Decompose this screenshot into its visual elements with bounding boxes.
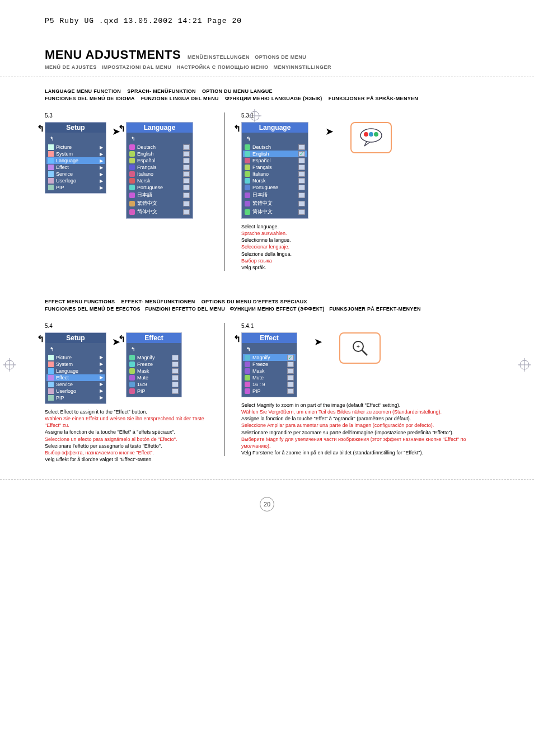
menu-item-service[interactable]: Service▶ [46, 171, 105, 177]
speech-bubble-box [350, 122, 392, 153]
menu-item[interactable]: Freeze [128, 361, 180, 368]
flag-icon [129, 144, 135, 150]
flag-icon [245, 382, 250, 387]
menu-item-label: Service [56, 382, 97, 387]
flag-icon [129, 192, 135, 198]
lang-icon [48, 368, 54, 374]
checkbox-icon [298, 165, 305, 170]
figure-number-53: 5.3 [45, 112, 218, 119]
figure-number-54: 5.4 [45, 323, 218, 329]
menu-item[interactable]: Portuguese [243, 184, 307, 191]
menu-item-userlogo[interactable]: Userlogo▶ [46, 177, 105, 184]
menu-item[interactable]: Freeze [243, 361, 296, 368]
menu-item[interactable]: Mute [243, 374, 296, 381]
menu-item[interactable]: 16 : 9 [243, 381, 296, 388]
flag-icon [129, 375, 135, 381]
menu-item[interactable]: Deutsch [128, 144, 191, 151]
menu-item[interactable]: Español [128, 157, 191, 164]
menu-item[interactable]: Magnify [243, 354, 296, 361]
menu-item[interactable]: 16:9 [128, 381, 180, 388]
flag-icon [245, 192, 250, 198]
menu-item-service[interactable]: Service▶ [46, 381, 105, 388]
menu-item[interactable]: Deutsch [243, 144, 307, 151]
menu-item-system[interactable]: System▶ [46, 151, 105, 157]
lang-description: Select language. Sprache auswählen. Séle… [241, 223, 489, 271]
registration-mark-right [518, 358, 531, 374]
menu-item[interactable]: Magnify [128, 354, 180, 361]
menu-item-label: Français [137, 165, 181, 170]
menu-item[interactable]: Mute [128, 374, 180, 381]
flag-icon [245, 171, 250, 177]
menu-item-label: Picture [56, 355, 97, 360]
checkbox-icon [183, 151, 190, 157]
lang-icon [48, 158, 54, 163]
pic-icon [48, 144, 54, 150]
menu-item-language[interactable]: Language▶ [46, 157, 105, 164]
menu-item[interactable]: 简体中文 [128, 208, 191, 216]
back-row[interactable]: ↰ [128, 135, 191, 144]
arrow-icon: ➤ [314, 336, 322, 348]
menu-item-pip[interactable]: PIP▶ [46, 395, 105, 401]
flag-icon [129, 178, 135, 184]
menu-item-label: Magnify [252, 355, 285, 360]
page-number: 20 [260, 497, 274, 511]
menu-item[interactable]: Français [243, 164, 307, 171]
menu-item[interactable]: 繁體中文 [128, 199, 191, 208]
menu-item[interactable]: PIP [243, 388, 296, 395]
menu-item-picture[interactable]: Picture▶ [46, 144, 105, 151]
menu-item-userlogo[interactable]: Userlogo▶ [46, 388, 105, 395]
return-icon: ↰ [118, 123, 125, 134]
menu-item-picture[interactable]: Picture▶ [46, 354, 105, 361]
back-row[interactable]: ↰ [243, 135, 307, 144]
menu-item[interactable]: Mask [128, 368, 180, 374]
menu-item-label: PIP [252, 388, 285, 394]
menu-item[interactable]: Italiano [128, 171, 191, 177]
menu-item-label: Service [56, 171, 97, 177]
back-icon: ↰ [131, 136, 135, 142]
checkbox-icon [298, 201, 305, 206]
return-icon: ↰ [118, 334, 125, 344]
menu-item[interactable]: Mask [243, 368, 296, 374]
checkbox-icon [298, 158, 305, 163]
checkbox-icon [183, 165, 190, 170]
menu-item-effect[interactable]: Effect▶ [46, 164, 105, 171]
back-row[interactable]: ↰ [46, 345, 105, 354]
flag-icon [245, 388, 250, 394]
menu-item-label: Norsk [252, 178, 296, 184]
chevron-right-icon: ▶ [100, 382, 103, 387]
menu-item[interactable]: English [128, 151, 191, 157]
menu-item[interactable]: Norsk [128, 177, 191, 184]
flag-icon [245, 368, 250, 374]
back-row[interactable]: ↰ [46, 135, 105, 144]
menu-item[interactable]: Español [243, 157, 307, 164]
menu-item-label: Freeze [252, 361, 285, 367]
back-row[interactable]: ↰ [128, 345, 180, 354]
menu-item[interactable]: Portuguese [128, 184, 191, 191]
language-submenu-title: Language [127, 123, 193, 133]
menu-item[interactable]: Français [128, 164, 191, 171]
back-row[interactable]: ↰ [243, 345, 296, 354]
menu-item[interactable]: 简体中文 [243, 208, 307, 216]
checkbox-icon [183, 185, 190, 190]
menu-item-pip[interactable]: PIP▶ [46, 184, 105, 191]
menu-item[interactable]: 日本語 [128, 191, 191, 199]
flag-icon [245, 178, 250, 184]
menu-item[interactable]: 日本語 [243, 191, 307, 199]
menu-item-effect[interactable]: Effect▶ [46, 374, 105, 381]
menu-item-label: English [252, 151, 296, 157]
srv-icon [48, 171, 54, 177]
menu-item[interactable]: English [243, 151, 307, 157]
menu-item-system[interactable]: System▶ [46, 361, 105, 368]
flag-icon [129, 368, 135, 374]
menu-item-language[interactable]: Language▶ [46, 368, 105, 374]
setup-menu-eff-title: Setup [45, 333, 106, 343]
checkbox-icon [287, 355, 294, 360]
subtitle-row-1: MENÜEINSTELLUNGEN OPTIONS DE MENU [188, 54, 306, 60]
menu-item[interactable]: Norsk [243, 177, 307, 184]
menu-item[interactable]: PIP [128, 388, 180, 395]
effect-description-left: Select Effect to assign it to the "Effec… [45, 408, 218, 463]
menu-item[interactable]: Italiano [243, 171, 307, 177]
svg-line-8 [362, 350, 367, 355]
chevron-right-icon: ▶ [100, 355, 103, 360]
menu-item[interactable]: 繁體中文 [243, 199, 307, 208]
